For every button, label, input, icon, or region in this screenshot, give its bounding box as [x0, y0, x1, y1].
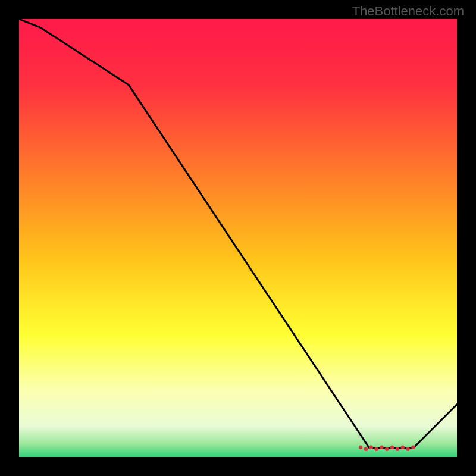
svg-point-3	[369, 446, 373, 449]
chart-overlay	[19, 19, 457, 457]
svg-point-2	[364, 447, 368, 451]
watermark-text: TheBottleneck.com	[352, 4, 464, 19]
svg-point-11	[411, 446, 415, 449]
svg-point-9	[401, 446, 405, 449]
chart-container: TheBottleneck.com	[0, 0, 476, 476]
svg-point-8	[396, 447, 399, 451]
data-line	[19, 19, 457, 448]
plot-area	[19, 19, 457, 457]
svg-point-10	[406, 447, 409, 451]
svg-point-4	[374, 447, 378, 451]
svg-point-1	[359, 446, 362, 449]
svg-point-5	[380, 446, 383, 449]
svg-point-6	[385, 447, 389, 451]
svg-point-7	[390, 446, 394, 449]
